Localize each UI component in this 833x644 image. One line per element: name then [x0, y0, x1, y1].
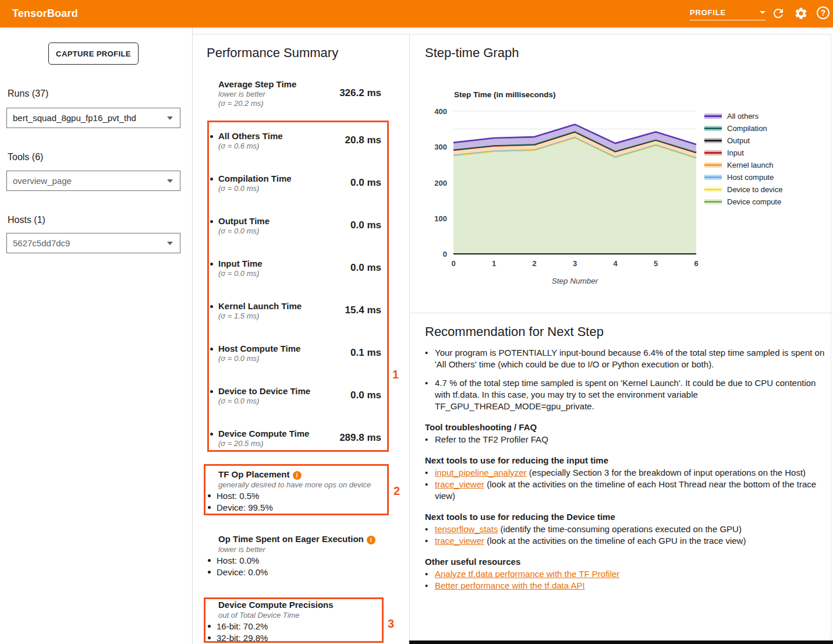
bullet-icon: • [425, 535, 435, 547]
runs-select-value: bert_squad_8gpu_fp16_pvt_thd [13, 113, 136, 123]
legend-swatch-icon [704, 126, 722, 131]
rec-item: • tensorflow_stats (identify the time-co… [425, 523, 825, 535]
svg-text:5: 5 [654, 259, 658, 268]
legend-swatch-icon [704, 150, 722, 155]
bullet-icon [210, 263, 213, 266]
legend-item: Output [704, 135, 782, 147]
bullet-icon [210, 305, 213, 308]
settings-icon[interactable] [794, 6, 808, 20]
legend-label: Host compute [727, 173, 774, 182]
summary-item-value: 0.0 ms [350, 390, 381, 401]
bottom-bar [409, 641, 833, 644]
tf-op-placement-subtitle: generally desired to have more ops on de… [207, 480, 384, 490]
bullet-icon: • [425, 434, 435, 445]
chevron-down-icon [167, 116, 173, 120]
summary-item-value: 20.8 ms [345, 135, 381, 146]
chevron-down-icon [167, 242, 173, 245]
rec-section-heading: Next tools to use for reducing the input… [425, 455, 825, 466]
summary-item-value: 0.0 ms [350, 220, 381, 231]
card-divider [410, 313, 833, 313]
average-step-time: Average Step Time lower is better (σ = 2… [207, 79, 381, 108]
svg-text:6: 6 [694, 259, 698, 268]
summary-item-value: 289.8 ms [339, 432, 381, 444]
recommendation-bullet-text: Your program is POTENTIALLY input-bound … [435, 347, 825, 370]
legend-label: Device compute [727, 197, 781, 206]
legend-item: Kernel launch [704, 159, 782, 171]
rec-link[interactable]: Better performance with the tf.data API [435, 581, 585, 590]
legend-item: Device to device [704, 183, 782, 196]
device-compute-precisions-title: Device Compute Precisions [207, 600, 384, 610]
info-icon[interactable] [367, 536, 375, 544]
legend-swatch-icon [704, 114, 722, 119]
legend-label: Device to device [727, 185, 782, 194]
eager-execution-device: Device: 0.0% [207, 567, 384, 578]
summary-item: Device to Device Time (σ = 0.0 ms) 0.0 m… [207, 386, 381, 406]
tf-op-placement-host: Host: 0.5% [207, 490, 384, 501]
svg-text:Step Time (in milliseconds): Step Time (in milliseconds) [454, 90, 556, 99]
info-icon[interactable] [293, 471, 302, 480]
summary-item: Device Compute Time (σ = 20.5 ms) 289.8 … [207, 429, 381, 448]
svg-text:0: 0 [451, 259, 455, 268]
rec-link[interactable]: trace_viewer [435, 479, 484, 489]
summary-item: Host Compute Time (σ = 0.0 ms) 0.1 ms [207, 344, 381, 363]
svg-text:1: 1 [492, 259, 496, 268]
hosts-select-value: 5627c5dd7dc9 [13, 238, 70, 248]
tf-op-placement: TF Op Placement generally desired to hav… [207, 469, 384, 513]
legend-label: Input [727, 148, 744, 157]
bullet-icon: • [425, 523, 435, 535]
tf-op-placement-title: TF Op Placement [207, 469, 384, 480]
help-icon[interactable] [817, 6, 830, 19]
summary-item-value: 0.0 ms [350, 177, 381, 189]
capture-profile-button[interactable]: CAPTURE PROFILE [48, 43, 139, 65]
bullet-icon [210, 348, 213, 351]
performance-summary-title: Performance Summary [207, 45, 338, 61]
precision-32bit: 32-bit: 29.8% [207, 632, 384, 643]
rec-section-heading: Other useful resources [425, 556, 825, 568]
bullet-icon: • [425, 467, 435, 479]
rec-link[interactable]: input_pipeline_analyzer [435, 468, 527, 477]
legend-label: Output [727, 136, 750, 145]
legend-item: Host compute [704, 171, 782, 183]
rec-item: • Better performance with the tf.data AP… [425, 580, 825, 592]
bullet-icon [210, 135, 213, 138]
summary-item-value: 15.4 ms [345, 305, 381, 316]
eager-execution-subtitle: lower is better [207, 545, 384, 554]
hosts-select[interactable]: 5627c5dd7dc9 [6, 233, 180, 253]
app-header: TensorBoard PROFILE [0, 0, 833, 27]
summary-item-value: 0.1 ms [350, 347, 381, 359]
legend-item: Device compute [704, 196, 782, 208]
tf-op-placement-device: Device: 99.5% [207, 502, 384, 513]
annotation-label-3: 3 [388, 617, 394, 631]
bullet-icon [210, 390, 213, 393]
rec-link[interactable]: tensorflow_stats [435, 524, 498, 534]
precision-16bit: 16-bit: 70.2% [207, 621, 384, 632]
svg-text:4: 4 [613, 259, 618, 268]
recommendation-title: Recommendation for Next Step [425, 324, 825, 340]
chevron-down-icon [760, 11, 765, 14]
average-step-time-value: 326.2 ms [339, 87, 381, 99]
bullet-icon [210, 178, 213, 181]
refresh-icon[interactable] [771, 6, 785, 20]
tools-select[interactable]: overview_page [6, 171, 180, 191]
eager-execution: Op Time Spent on Eager Execution lower i… [207, 534, 384, 578]
legend-swatch-icon [704, 138, 722, 143]
svg-text:200: 200 [434, 179, 447, 187]
bullet-icon: • [425, 580, 435, 592]
average-step-time-sigma: (σ = 20.2 ms) [218, 99, 381, 108]
svg-text:300: 300 [434, 143, 447, 151]
rec-link[interactable]: trace_viewer [435, 536, 484, 546]
step-time-graph-title: Step-time Graph [425, 45, 519, 61]
dashboard-selector[interactable]: PROFILE [690, 5, 765, 20]
summary-item: Input Time (σ = 0.0 ms) 0.0 ms [207, 259, 381, 278]
dashboard-selector-value: PROFILE [690, 8, 726, 17]
annotation-label-1: 1 [392, 368, 399, 381]
rec-section-heading: Tool troubleshooting / FAQ [425, 422, 825, 433]
runs-select[interactable]: bert_squad_8gpu_fp16_pvt_thd [6, 108, 180, 128]
legend-swatch-icon [704, 175, 722, 180]
legend-item: Input [704, 147, 782, 159]
rec-section-heading: Next tools to use for reducing the Devic… [425, 511, 825, 523]
bullet-icon [210, 433, 213, 436]
eager-execution-host: Host: 0.0% [207, 555, 384, 566]
rec-item: • input_pipeline_analyzer (especially Se… [425, 467, 825, 479]
rec-link[interactable]: Analyze tf.data performance with the TF … [435, 569, 619, 579]
